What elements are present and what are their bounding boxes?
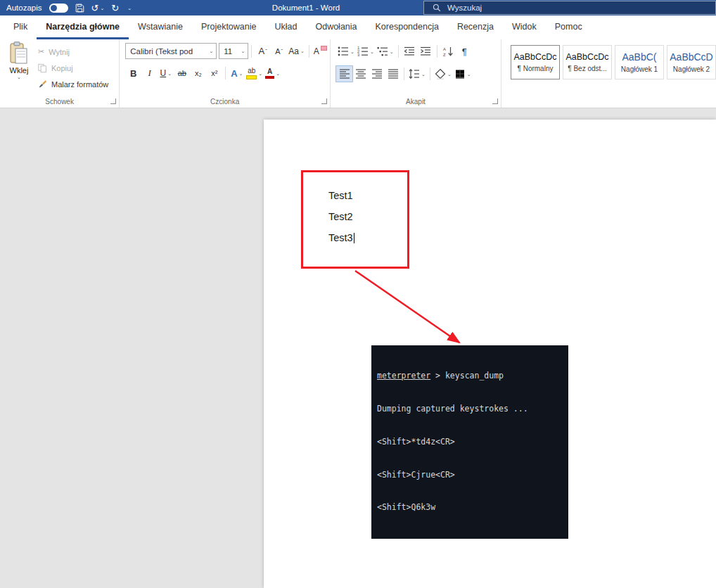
multilevel-list-icon — [377, 46, 388, 57]
document-area: Test1 Test2 Test3 meterpreter > keyscan_… — [0, 108, 716, 588]
decrease-indent-button[interactable] — [402, 44, 418, 59]
text-effects-button[interactable]: A⌄ — [229, 65, 245, 81]
underline-button[interactable]: U⌄ — [158, 65, 174, 81]
change-case-button[interactable]: Aa⌄ — [287, 44, 306, 59]
style-name: ¶ Bez odst... — [568, 65, 606, 72]
style-naglowek-2[interactable]: AaBbCcD Nagłówek 2 — [667, 45, 716, 79]
pilcrow-icon: ¶ — [462, 46, 467, 57]
scissors-icon: ✂ — [38, 47, 44, 56]
group-label-czcionka: Czcionka — [210, 98, 239, 106]
style-naglowek-1[interactable]: AaBbC( Nagłówek 1 — [615, 45, 664, 79]
document-page[interactable]: Test1 Test2 Test3 meterpreter > keyscan_… — [264, 120, 716, 588]
terminal-screenshot[interactable]: meterpreter > keyscan_dump Dumping captu… — [371, 345, 568, 539]
sort-icon: AZ — [442, 46, 454, 57]
tab-uklad[interactable]: Układ — [265, 15, 306, 39]
undo-button[interactable]: ↺⌄ — [91, 4, 105, 13]
chevron-down-icon: ⌄ — [421, 72, 426, 77]
style-preview: AaBbCcDc — [565, 52, 608, 62]
style-name: ¶ Normalny — [518, 65, 554, 72]
align-left-button[interactable] — [336, 66, 352, 82]
dialog-launcher-icon[interactable] — [110, 98, 116, 104]
bold-button[interactable]: B — [125, 65, 141, 81]
chevron-down-icon: ⌄ — [467, 72, 471, 77]
multilevel-list-button[interactable]: ⌄ — [376, 44, 395, 59]
chevron-down-icon: ⌄ — [350, 49, 354, 54]
text-line: Test2 — [328, 206, 354, 227]
tab-pomoc[interactable]: Pomoc — [546, 15, 592, 39]
change-case-label: Aa — [288, 46, 299, 56]
terminal-line: Dumping captured keystrokes ... — [377, 404, 563, 415]
align-center-button[interactable] — [352, 66, 369, 82]
terminal-line: <Shift>Cjrue<CR> — [377, 470, 563, 481]
svg-text:Z: Z — [443, 53, 446, 57]
tab-wstawianie[interactable]: Wstawianie — [129, 15, 192, 39]
chevron-down-icon: ⌄ — [127, 6, 132, 11]
highlight-button[interactable]: ab ⌄ — [245, 65, 264, 81]
cut-button[interactable]: ✂ Wytnij — [38, 44, 108, 60]
autosave-toggle[interactable] — [49, 4, 68, 13]
bullet-list-button[interactable]: ⌄ — [336, 44, 356, 59]
svg-text:A: A — [443, 47, 446, 51]
strikethrough-button[interactable]: ab — [174, 65, 190, 81]
style-normalny[interactable]: AaBbCcDc ¶ Normalny — [511, 45, 560, 79]
group-label-schowek: Schowek — [45, 98, 74, 106]
customize-quick-access-button[interactable]: ⌄ — [126, 6, 132, 11]
search-icon — [433, 4, 441, 12]
tab-korespondencja[interactable]: Korespondencja — [366, 15, 448, 39]
cut-label: Wytnij — [49, 48, 70, 56]
format-painter-button[interactable]: Malarz formatów — [38, 76, 108, 92]
chevron-down-icon: ⌄ — [258, 71, 262, 76]
show-paragraph-marks-button[interactable]: ¶ — [456, 44, 473, 59]
divider — [404, 68, 404, 80]
paste-button[interactable]: Wklej ⌄ — [4, 41, 34, 94]
justify-button[interactable] — [385, 66, 401, 82]
tab-widok[interactable]: Widok — [503, 15, 546, 39]
dialog-launcher-icon[interactable] — [492, 98, 498, 104]
increase-indent-button[interactable] — [418, 44, 434, 59]
toggle-knob — [51, 5, 57, 11]
tab-projektowanie[interactable]: Projektowanie — [192, 15, 266, 39]
redo-button[interactable]: ↻ — [111, 4, 119, 13]
tab-narzedzia-glowne[interactable]: Narzędzia główne — [37, 15, 129, 39]
tab-plik[interactable]: Plik — [4, 15, 37, 39]
copy-label: Kopiuj — [51, 64, 73, 72]
style-name: Nagłówek 2 — [673, 65, 710, 73]
annotation-arrow[interactable] — [348, 264, 475, 352]
copy-button[interactable]: Kopiuj — [38, 60, 108, 76]
grow-font-button[interactable]: Aˆ — [255, 44, 271, 59]
style-bez-odstepow[interactable]: AaBbCcDc ¶ Bez odst... — [563, 45, 612, 79]
sort-button[interactable]: AZ — [440, 44, 456, 59]
line-spacing-button[interactable]: ⌄ — [407, 66, 427, 82]
chevron-down-icon: ⌄ — [447, 72, 452, 77]
terminal-line: meterpreter > keyscan_dump — [377, 371, 563, 382]
tab-recenzja[interactable]: Recenzja — [448, 15, 503, 39]
clear-formatting-button[interactable]: A — [312, 44, 328, 59]
autosave-label: Autozapis — [6, 4, 42, 12]
font-color-button[interactable]: A ⌄ — [264, 65, 281, 81]
save-button[interactable] — [75, 4, 84, 13]
group-czcionka: Calibri (Tekst pod ⌄ 11 ⌄ Aˆ Aˇ Aa⌄ A B — [120, 39, 331, 108]
divider — [398, 45, 399, 58]
align-left-icon — [339, 68, 350, 79]
superscript-button[interactable]: x² — [206, 65, 222, 81]
align-right-button[interactable] — [369, 66, 385, 82]
divider — [437, 45, 437, 58]
shading-button[interactable]: ⌄ — [433, 66, 453, 82]
borders-button[interactable]: ⌄ — [453, 66, 473, 82]
word-window: Autozapis ↺⌄ ↻ ⌄ Dokument1 - Word Wyszuk… — [0, 0, 716, 588]
justify-icon — [388, 68, 399, 79]
numbered-list-button[interactable]: 123 ⌄ — [356, 44, 376, 59]
annotation-rectangle[interactable]: Test1 Test2 Test3 — [301, 170, 409, 269]
subscript-button[interactable]: x₂ — [190, 65, 206, 81]
search-box[interactable]: Wyszukaj — [423, 1, 716, 15]
shrink-font-button[interactable]: Aˇ — [271, 44, 287, 59]
line-spacing-icon — [409, 68, 420, 79]
tab-odwolania[interactable]: Odwołania — [306, 15, 366, 39]
font-size-select[interactable]: 11 ⌄ — [219, 43, 248, 59]
dialog-launcher-icon[interactable] — [321, 98, 327, 104]
font-family-select[interactable]: Calibri (Tekst pod ⌄ — [125, 43, 217, 59]
divider — [309, 45, 309, 58]
chevron-down-icon: ⌄ — [167, 71, 172, 76]
copy-icon — [38, 63, 47, 73]
italic-button[interactable]: I — [141, 65, 158, 81]
